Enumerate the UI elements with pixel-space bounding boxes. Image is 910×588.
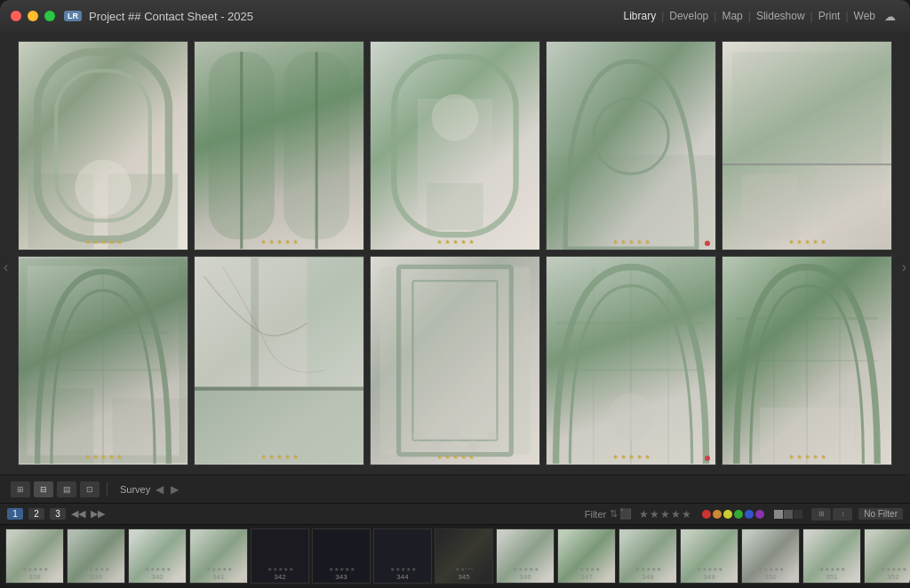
photo-placeholder-4 [547,42,715,250]
fs-thumb-num-352: 352 [887,573,898,581]
photo-cell-3[interactable]: ★ ★ ★ ★ ★ [370,41,540,250]
photo-cell-8[interactable]: ★ ★ ★ ★ ★ [370,256,540,465]
compare-view-icon[interactable]: ▤ [57,481,76,497]
photo-rating-7: ★ ★ ★ ★ ★ [260,453,299,461]
photo-placeholder-3 [371,42,539,250]
star-icon: ★ [84,238,91,246]
star-icon: ★ [636,453,643,461]
color-filter-green[interactable] [734,510,743,519]
photo-cell-6[interactable]: ★ ★ ★ ★ ★ [18,256,188,465]
fs-thumb-num-351: 351 [826,573,837,581]
photo-grid: ★ ★ ★ ★ ★ ★ ★ ★ ★ ★ [0,32,910,474]
zoom-button[interactable]: ⊞ [811,508,831,520]
color-filter-orange[interactable] [713,510,722,519]
loupe-view-icon[interactable]: ⊟ [34,481,53,497]
fs-star-5[interactable]: ★ [682,508,691,520]
prev-arrow[interactable]: ‹ [4,259,8,275]
fs-thumb-num-339: 339 [90,573,101,581]
photo-rating-8: ★ ★ ★ ★ ★ [436,453,475,461]
svg-point-43 [608,393,655,441]
survey-view-icon[interactable]: ⊡ [80,481,100,497]
photo-placeholder-5 [722,42,891,250]
toolbar-prev[interactable]: ◀ [156,483,164,496]
filmstrip-strip: ★★★★★ 338 ★★★★★ 339 ★★★★★ 340 ★★★★★ [0,525,910,586]
fs-thumb-346[interactable]: ★★★★★ 346 [496,528,555,584]
fs-star-4[interactable]: ★ [671,508,681,520]
nav-slideshow[interactable]: Slideshow [753,8,809,24]
color-filter-red[interactable] [702,510,711,519]
star-icon: ★ [612,453,619,461]
photo-cell-7[interactable]: ★ ★ ★ ★ ★ [194,256,364,465]
photo-rating-5: ★ ★ ★ ★ ★ [788,238,826,246]
page-num-3[interactable]: 3 [50,508,66,520]
nav-library[interactable]: Library [619,8,659,24]
fs-thumb-348[interactable]: ★★★★★ 348 [619,528,677,584]
fs-thumb-347[interactable]: ★★★★★ 347 [557,528,616,584]
fs-thumb-num-349: 349 [703,573,714,581]
fs-thumb-342[interactable]: ★★★★★ 342 [251,528,309,584]
maximize-button[interactable] [44,11,55,21]
fs-star-1[interactable]: ★ [639,508,649,520]
star-icon: ★ [804,238,810,246]
nav-print[interactable]: Print [815,8,844,24]
photo-rating-3: ★ ★ ★ ★ ★ [436,238,475,246]
color-filter-blue[interactable] [745,510,754,519]
color-filter-yellow[interactable] [723,510,732,519]
fs-thumb-352[interactable]: ★★★★★ 352 [864,528,910,584]
sort-asc-icon[interactable]: ⇅ [610,508,618,520]
next-arrow[interactable]: › [902,259,906,275]
mono-block-1[interactable] [774,510,783,519]
fs-star-3[interactable]: ★ [660,508,670,520]
photo-cell-4[interactable]: ★ ★ ★ ★ ★ [546,41,716,250]
fs-thumb-338[interactable]: ★★★★★ 338 [5,528,64,584]
star-icon: ★ [116,453,123,461]
mono-block-2[interactable] [784,510,793,519]
star-icon: ★ [444,453,451,461]
star-icon: ★ [268,453,275,461]
star-icon: ★ [284,453,291,461]
star-icon: ★ [612,238,619,246]
fs-thumb-344[interactable]: ★★★★★ 344 [373,528,432,584]
cloud-icon[interactable]: ☁ [884,10,896,23]
svg-point-33 [411,430,423,441]
photo-cell-2[interactable]: ★ ★ ★ ★ ★ [194,41,364,250]
page-num-1[interactable]: 1 [7,508,23,520]
star-icon: ★ [276,238,283,246]
photo-cell-1[interactable]: ★ ★ ★ ★ ★ [18,41,188,250]
fs-thumb-339[interactable]: ★★★★★ 339 [67,528,125,584]
flag-red-9 [705,456,710,461]
mono-block-3[interactable] [794,510,802,519]
no-filter-button[interactable]: No Filter [858,508,903,520]
nav-web[interactable]: Web [850,8,879,24]
photo-rating-4: ★ ★ ★ ★ ★ [612,238,651,246]
fs-thumb-343[interactable]: ★★★★★ 343 [312,528,371,584]
fs-thumb-341[interactable]: ★★★★★ 341 [189,528,248,584]
fs-thumb-340[interactable]: ★★★★★ 340 [128,528,187,584]
minimize-button[interactable] [28,11,38,21]
star-icon: ★ [788,238,794,246]
color-filter-purple[interactable] [755,510,764,519]
sort-desc-icon[interactable]: ⬛ [619,508,632,520]
photo-cell-9[interactable]: ★ ★ ★ ★ ★ [546,256,716,465]
fs-thumb-351[interactable]: ★★★★★ 351 [802,528,861,584]
fs-nav-left[interactable]: ◀◀ [71,508,85,520]
fs-star-2[interactable]: ★ [650,508,659,520]
svg-rect-30 [380,266,531,454]
photo-placeholder-9 [547,257,715,465]
nav-develop[interactable]: Develop [666,8,712,24]
photo-cell-10[interactable]: ★ ★ ★ ★ ★ [722,256,892,465]
fs-thumb-349[interactable]: ★★★★★ 349 [680,528,738,584]
toolbar-next[interactable]: ▶ [171,483,179,496]
nav-map[interactable]: Map [718,8,746,24]
photo-cell-5[interactable]: ★ ★ ★ ★ ★ [722,41,892,250]
close-button[interactable] [11,11,21,21]
svg-rect-20 [113,398,188,464]
fs-thumb-num-350: 350 [764,573,776,581]
fs-thumb-345[interactable]: ★★••• 345 [435,528,493,584]
grid-view-icon[interactable]: ⊞ [11,481,30,497]
fs-thumb-350[interactable]: ★★★★★ 350 [741,528,800,584]
fs-nav-right[interactable]: ▶▶ [91,508,105,520]
sort-button[interactable]: ↕ [833,508,852,520]
svg-point-37 [487,430,499,441]
page-num-2[interactable]: 2 [28,508,44,520]
